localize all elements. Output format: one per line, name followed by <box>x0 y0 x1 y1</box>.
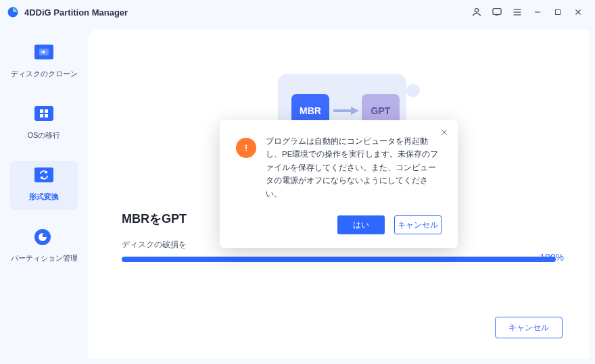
svg-rect-11 <box>40 109 43 113</box>
app-logo-icon <box>7 6 19 18</box>
dialog-close-icon[interactable] <box>437 125 451 138</box>
svg-point-32 <box>245 149 247 151</box>
restart-confirm-dialog: プログラムは自動的にコンピュータを再起動し、PE環境での操作を実行します。未保存… <box>220 120 458 248</box>
main-panel: MBR GPT MBRをGPT ディスクの破損を 100% キャンセル <box>88 30 590 359</box>
sidebar-item-format-convert[interactable]: 形式変換 <box>10 161 78 210</box>
close-window-button[interactable] <box>568 2 588 22</box>
progress-bar-track <box>122 257 556 262</box>
dialog-confirm-button[interactable]: はい <box>337 215 385 234</box>
os-migration-icon <box>34 106 53 125</box>
minimize-button[interactable] <box>527 2 548 22</box>
warning-icon <box>236 137 256 157</box>
dialog-cancel-button[interactable]: キャンセル <box>394 215 442 234</box>
conversion-subtext: ディスクの破損を <box>122 239 187 251</box>
svg-rect-12 <box>45 109 48 113</box>
sidebar-item-os-migration[interactable]: OSの移行 <box>10 99 78 149</box>
sidebar-item-label: OSの移行 <box>28 130 61 140</box>
svg-point-18 <box>406 84 420 97</box>
svg-rect-7 <box>556 10 561 15</box>
account-icon[interactable] <box>467 2 487 22</box>
sidebar: ディスクのクローン OSの移行 形式変換 パーティション管理 <box>0 24 88 364</box>
sidebar-item-label: 形式変換 <box>29 192 59 202</box>
sidebar-item-partition-manage[interactable]: パーティション管理 <box>10 222 78 271</box>
progress-percent-label: 100% <box>540 252 564 263</box>
app-title: 4DDiG Partition Manager <box>24 7 128 18</box>
svg-rect-14 <box>45 114 48 118</box>
disk-clone-icon <box>34 45 53 63</box>
feedback-icon[interactable] <box>487 2 507 22</box>
maximize-button[interactable] <box>548 2 568 22</box>
titlebar: 4DDiG Partition Manager <box>0 0 595 24</box>
svg-text:MBR: MBR <box>300 105 321 116</box>
sidebar-item-label: パーティション管理 <box>11 253 78 263</box>
svg-rect-2 <box>493 9 501 15</box>
partition-manage-icon <box>34 229 53 248</box>
svg-rect-13 <box>40 114 43 118</box>
menu-icon[interactable] <box>507 2 527 22</box>
sidebar-item-label: ディスクのクローン <box>11 69 78 79</box>
svg-text:GPT: GPT <box>371 105 391 116</box>
format-convert-icon <box>34 167 53 186</box>
dialog-message: プログラムは自動的にコンピュータを再起動し、PE環境での操作を実行します。未保存… <box>266 134 442 201</box>
progress-bar-fill <box>122 257 556 262</box>
svg-point-1 <box>475 9 478 12</box>
conversion-heading: MBRをGPT <box>122 211 187 227</box>
sidebar-item-disk-clone[interactable]: ディスクのクローン <box>10 38 78 87</box>
cancel-button[interactable]: キャンセル <box>495 317 563 338</box>
